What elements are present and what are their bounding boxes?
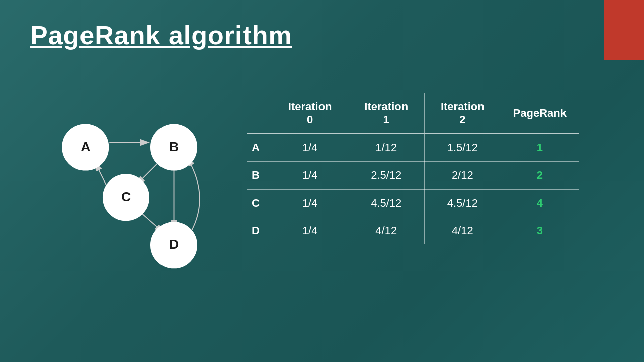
col-header-node — [247, 93, 272, 134]
table-row: A 1/4 1/12 1.5/12 1 — [247, 134, 579, 162]
row-node-d: D — [247, 217, 272, 245]
row-a-iter2: 1.5/12 — [425, 134, 501, 162]
node-d-label: D — [169, 237, 179, 252]
node-b-label: B — [169, 139, 179, 154]
row-b-pagerank: 2 — [501, 162, 579, 190]
row-b-iter1: 2.5/12 — [348, 162, 425, 190]
row-a-iter0: 1/4 — [272, 134, 348, 162]
graph-diagram: A B C D — [25, 80, 236, 272]
col-header-iter2: Iteration 2 — [425, 93, 501, 134]
table-row: D 1/4 4/12 4/12 3 — [247, 217, 579, 245]
row-node-b: B — [247, 162, 272, 190]
graph-svg: A B C D — [25, 80, 236, 272]
edge-db — [187, 158, 200, 238]
col-header-iter1: Iteration 1 — [348, 93, 425, 134]
node-c-label: C — [121, 189, 131, 204]
row-b-iter0: 1/4 — [272, 162, 348, 190]
col-header-pagerank: PageRank — [501, 93, 579, 134]
row-a-pagerank: 1 — [501, 134, 579, 162]
row-c-iter0: 1/4 — [272, 190, 348, 217]
row-d-iter0: 1/4 — [272, 217, 348, 245]
row-a-iter1: 1/12 — [348, 134, 425, 162]
row-d-iter2: 4/12 — [425, 217, 501, 245]
row-node-a: A — [247, 134, 272, 162]
page-title: PageRank algorithm — [30, 20, 292, 50]
table-row: B 1/4 2.5/12 2/12 2 — [247, 162, 579, 190]
row-node-c: C — [247, 190, 272, 217]
table-row: C 1/4 4.5/12 4.5/12 4 — [247, 190, 579, 217]
red-decoration — [604, 0, 644, 60]
row-c-iter2: 4.5/12 — [425, 190, 501, 217]
col-header-iter0: Iteration 0 — [272, 93, 348, 134]
pagerank-table: Iteration 0 Iteration 1 Iteration 2 Page… — [247, 93, 579, 244]
row-c-pagerank: 4 — [501, 190, 579, 217]
row-b-iter2: 2/12 — [425, 162, 501, 190]
table-header-row: Iteration 0 Iteration 1 Iteration 2 Page… — [247, 93, 579, 134]
row-d-iter1: 4/12 — [348, 217, 425, 245]
row-c-iter1: 4.5/12 — [348, 190, 425, 217]
pagerank-table-container: Iteration 0 Iteration 1 Iteration 2 Page… — [247, 93, 579, 244]
node-a-label: A — [80, 139, 90, 154]
row-d-pagerank: 3 — [501, 217, 579, 245]
